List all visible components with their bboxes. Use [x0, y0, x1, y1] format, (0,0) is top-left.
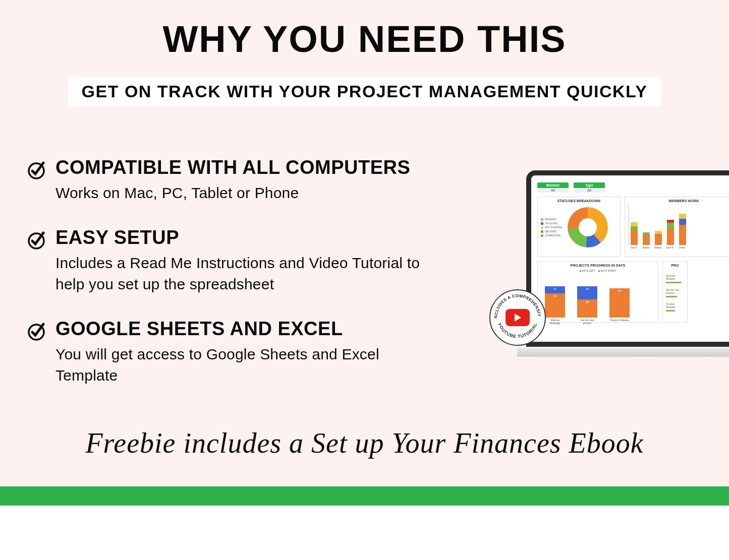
feature-item: COMPATIBLE WITH ALL COMPUTERS Works on M… — [26, 157, 440, 204]
progress-card: PROJECTS PROGRESS IN DAYS ■ DAYS LEFT ■ … — [537, 261, 658, 323]
svg-text:YOUTUBE TUTORIAL: YOUTUBE TUTORIAL — [497, 322, 538, 339]
feature-item: EASY SETUP Includes a Read Me Instructio… — [26, 227, 440, 295]
members-card: MEMBERS WORK Tony Blue Steven Hodges Sha… — [625, 197, 729, 257]
features-list: COMPATIBLE WITH ALL COMPUTERS Works on M… — [26, 157, 440, 386]
check-icon — [26, 160, 46, 180]
partial-card: PRO Website Release Set the new product … — [662, 261, 688, 323]
feature-title: EASY SETUP — [55, 227, 440, 248]
laptop-base — [517, 348, 729, 357]
feature-item: GOOGLE SHEETS AND EXCEL You will get acc… — [26, 318, 440, 386]
filter-type: Type All — [574, 182, 605, 193]
youtube-tutorial-badge: INCLUDES A COMPREHENSIVE YOUTUBE TUTORIA… — [489, 289, 546, 346]
donut-chart — [568, 207, 608, 247]
freebie-text: Freebie includes a Set up Your Finances … — [0, 427, 729, 459]
feature-title: COMPATIBLE WITH ALL COMPUTERS — [55, 157, 410, 178]
green-divider-bar — [0, 486, 729, 506]
statuses-card: STATUSES BREAKDOWN PENDING ON GOING NOT … — [537, 197, 621, 257]
feature-desc: Works on Mac, PC, Tablet or Phone — [55, 182, 410, 204]
feature-title: GOOGLE SHEETS AND EXCEL — [55, 318, 440, 340]
svg-text:INCLUDES A COMPREHENSIVE: INCLUDES A COMPREHENSIVE — [490, 290, 542, 319]
filter-member: Member All — [537, 182, 569, 193]
check-icon — [26, 230, 46, 250]
laptop-screen: Member All Type All STATUSES BREAKDOWN P… — [526, 170, 729, 347]
feature-desc: You will get access to Google Sheets and… — [55, 344, 440, 386]
bottom-band — [0, 506, 729, 560]
status-legend: PENDING ON GOING NOT STARTED DELAYED COM… — [541, 217, 563, 237]
subheading-container: GET ON TRACK WITH YOUR PROJECT MANAGEMEN… — [0, 77, 729, 106]
check-icon — [26, 321, 46, 341]
feature-desc: Includes a Read Me Instructions and Vide… — [55, 253, 440, 295]
laptop-mockup: Member All Type All STATUSES BREAKDOWN P… — [517, 170, 729, 357]
page-subtitle: GET ON TRACK WITH YOUR PROJECT MANAGEMEN… — [68, 77, 662, 106]
page-title: WHY YOU NEED THIS — [0, 18, 729, 60]
